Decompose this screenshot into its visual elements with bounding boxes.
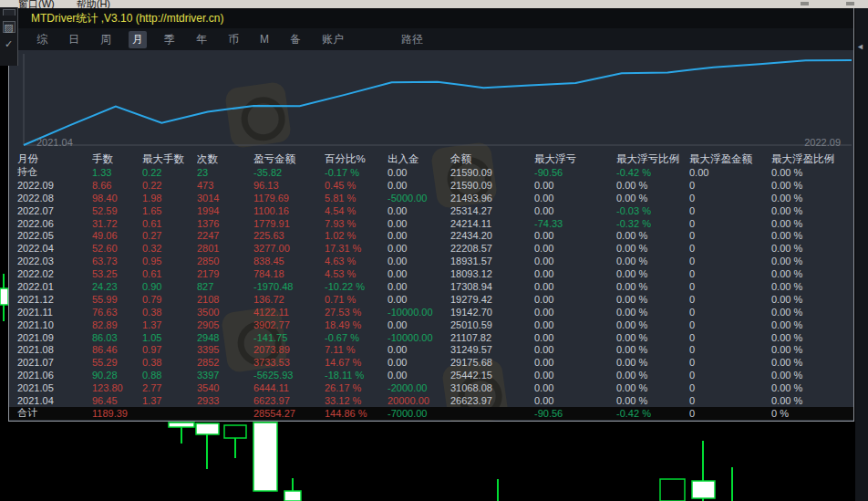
- tab-账户[interactable]: 账户: [318, 31, 347, 48]
- cell-max-float-profit-ratio: 0.00 %: [771, 319, 853, 330]
- cell-max-float-loss: 0.00: [534, 230, 616, 241]
- right-splitter[interactable]: ◄: [855, 7, 868, 501]
- cell-lots: 86.03: [92, 332, 142, 343]
- cell-percent: 4.63 %: [325, 256, 388, 266]
- cell-count: 3395: [197, 344, 253, 355]
- cell-month: 持仓: [17, 165, 92, 179]
- cell-month: 2021.04: [17, 395, 92, 406]
- cell-max-float-profit: 0: [689, 408, 771, 419]
- column-header-count: 次数: [197, 152, 253, 166]
- tab-M[interactable]: M: [256, 32, 273, 47]
- cell-percent: 7.93 %: [325, 218, 388, 229]
- cell-deposit: 0.00: [388, 370, 450, 381]
- table-row[interactable]: 2022.0752.591.6519941100.164.54 %0.00253…: [9, 204, 853, 217]
- cell-pnl: 3902.77: [253, 319, 325, 330]
- table-row[interactable]: 2022.0363.730.952850838.454.63 %0.001893…: [9, 255, 853, 267]
- cell-max-lots: 1.05: [142, 332, 197, 343]
- cell-balance: 18093.12: [450, 268, 534, 279]
- cell-pnl: -35.82: [253, 167, 325, 178]
- cell-month: 2022.02: [17, 268, 92, 279]
- cell-balance: 19142.70: [450, 307, 534, 318]
- tab-季[interactable]: 季: [160, 31, 179, 48]
- table-row[interactable]: 2022.098.660.2247396.130.45 %0.0021590.0…: [9, 179, 853, 192]
- cell-lots: 63.73: [92, 256, 142, 266]
- menu-item[interactable]: 帮助(H): [77, 0, 110, 8]
- cell-lots: 55.29: [92, 357, 142, 368]
- cell-lots: 86.46: [92, 344, 142, 355]
- cell-deposit: 0.00: [388, 205, 450, 216]
- cell-max-float-profit: 0: [689, 294, 771, 305]
- table-row[interactable]: 2021.0986.031.052948-141.75-0.67 %-10000…: [9, 331, 853, 344]
- table-row[interactable]: 2022.0124.230.90827-1970.48-10.22 %0.001…: [9, 280, 853, 293]
- cell-max-float-loss: 0.00: [534, 243, 616, 254]
- cell-lots: 82.89: [92, 319, 142, 330]
- cell-max-lots: 0.95: [142, 256, 197, 266]
- cell-max-float-loss: 0.00: [534, 382, 616, 393]
- tab-日[interactable]: 日: [65, 31, 83, 48]
- cell-max-float-profit: 0: [689, 307, 771, 318]
- cell-deposit: 0.00: [388, 256, 450, 266]
- table-row[interactable]: 2022.0549.060.272247225.631.02 %0.002243…: [9, 229, 853, 242]
- cell-month: 2022.07: [17, 205, 92, 216]
- cell-max-lots: 0.22: [142, 180, 197, 191]
- cell-count: 2247: [197, 230, 253, 241]
- table-row[interactable]: 2022.0631.720.6113761779.917.93 %0.00242…: [9, 217, 853, 230]
- tab-备[interactable]: 备: [286, 31, 305, 48]
- table-row[interactable]: 2022.0898.401.9830141179.695.81 %-5000.0…: [9, 192, 853, 204]
- cell-pnl: 28554.27: [253, 408, 325, 419]
- tab-综[interactable]: 综: [33, 31, 51, 48]
- tab-周[interactable]: 周: [97, 31, 115, 48]
- window-frame-icon[interactable]: [3, 9, 16, 16]
- tab-月[interactable]: 月: [129, 31, 147, 48]
- cell-max-lots: 2.77: [142, 382, 197, 393]
- path-button[interactable]: 路径: [401, 32, 423, 47]
- collapse-left-arrow-icon[interactable]: ◄: [856, 42, 864, 51]
- cell-max-float-loss-ratio: 0.00 %: [616, 395, 689, 406]
- table-row[interactable]: 2021.0886.460.9733952073.897.11 %0.00312…: [9, 343, 853, 356]
- cell-max-float-loss-ratio: 0.00 %: [616, 357, 689, 368]
- cell-max-float-loss: -74.33: [534, 218, 616, 229]
- cell-max-float-profit-ratio: 0.00 %: [771, 243, 853, 254]
- os-menu-bar: 窗口(W)帮助(H): [0, 0, 868, 8]
- cell-max-float-profit-ratio: 0.00 %: [771, 395, 853, 406]
- column-header-max-float-profit-ratio: 最大浮盈比例: [771, 152, 853, 166]
- table-row[interactable]: 2021.1176.630.3835004122.1127.53 %-10000…: [9, 306, 853, 318]
- table-row[interactable]: 2021.05123.802.7735406444.1126.17 %-2000…: [9, 381, 853, 394]
- cell-lots: 31.72: [92, 218, 142, 229]
- table-row[interactable]: 2021.1082.891.3729053902.7718.49 %0.0025…: [9, 318, 853, 331]
- cell-max-lots: 0.27: [142, 230, 197, 241]
- tab-币[interactable]: 币: [224, 31, 243, 48]
- table-row[interactable]: 2022.0253.250.612179784.184.53 %0.001809…: [9, 267, 853, 280]
- cell-max-float-loss-ratio: 0.00 %: [616, 268, 689, 279]
- cell-balance: 21493.96: [450, 193, 534, 204]
- check-icon[interactable]: ✓: [3, 38, 16, 50]
- cell-max-float-loss: 0.00: [534, 294, 616, 305]
- table-row[interactable]: 2021.1255.990.792108136.720.71 %0.001927…: [9, 293, 853, 306]
- cell-max-float-loss: -90.56: [534, 408, 616, 419]
- cell-max-float-profit: 0: [689, 230, 771, 241]
- table-row[interactable]: 2021.0690.280.883397-5625.93-18.11 %0.00…: [9, 369, 853, 381]
- table-row[interactable]: 2021.0496.451.3729336623.9733.12 %20000.…: [9, 394, 853, 407]
- cell-deposit: 0.00: [388, 319, 450, 330]
- cell-percent: -0.17 %: [325, 167, 388, 178]
- window-control-mark[interactable]: [846, 2, 854, 5]
- cell-balance: 26623.97: [450, 395, 534, 406]
- cell-deposit: 0.00: [388, 357, 450, 368]
- cell-lots: 90.28: [92, 370, 142, 381]
- image-chart-icon[interactable]: ▨: [3, 21, 16, 33]
- table-row-total[interactable]: 合计1189.3928554.27144.86 %-7000.00-90.56-…: [9, 407, 853, 420]
- window-control-mark[interactable]: [801, 2, 809, 5]
- cell-deposit: -10000.00: [388, 332, 450, 343]
- cell-month: 2021.07: [17, 357, 92, 368]
- cell-max-lots: 0.61: [142, 268, 197, 279]
- menu-item[interactable]: 窗口(W): [18, 0, 55, 8]
- cell-max-float-profit: 0: [689, 382, 771, 393]
- table-row[interactable]: 持仓1.330.2223-35.82-0.17 %0.0021590.09-90…: [9, 166, 853, 179]
- cell-max-lots: 0.38: [142, 307, 197, 318]
- table-row[interactable]: 2021.0755.290.3828523733.5314.67 %0.0029…: [9, 356, 853, 369]
- cell-lots: 98.40: [92, 193, 142, 204]
- cell-max-lots: 0.38: [142, 357, 197, 368]
- cell-max-lots: 0.32: [142, 243, 197, 254]
- tab-年[interactable]: 年: [192, 31, 211, 48]
- table-row[interactable]: 2022.0452.600.3228013277.0017.31 %0.0022…: [9, 242, 853, 255]
